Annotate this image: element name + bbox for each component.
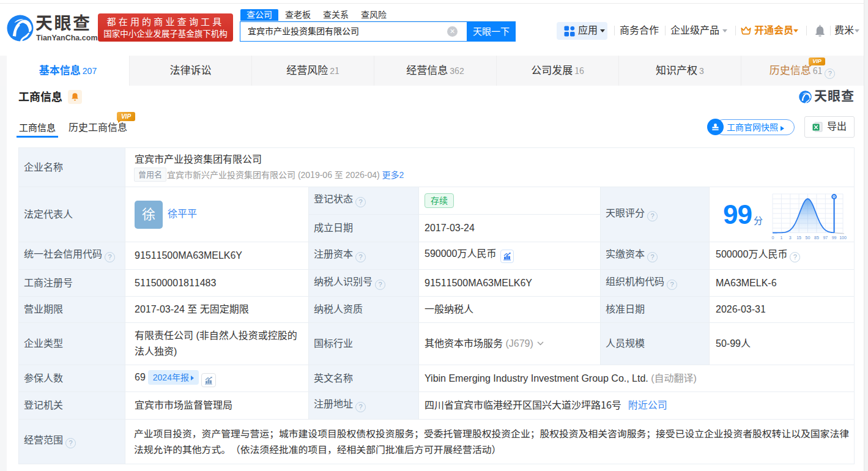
- svg-text:97: 97: [823, 236, 828, 240]
- svg-text:15: 15: [796, 236, 801, 240]
- svg-text:100: 100: [839, 236, 847, 240]
- svg-text:0: 0: [772, 236, 774, 240]
- svg-text:50: 50: [806, 236, 811, 240]
- svg-text:3: 3: [789, 236, 792, 240]
- svg-text:99: 99: [832, 236, 837, 240]
- svg-text:85: 85: [814, 236, 819, 240]
- svg-text:1: 1: [780, 236, 782, 240]
